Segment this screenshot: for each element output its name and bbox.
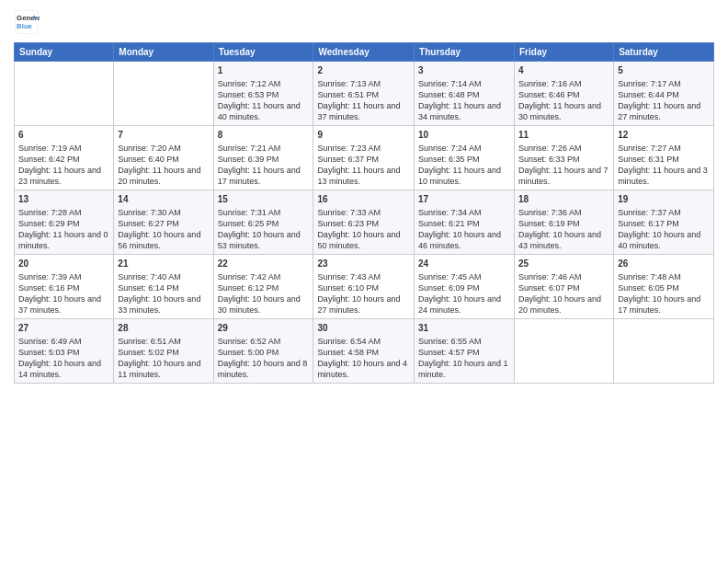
day-info: Sunrise: 7:34 AM Sunset: 6:21 PM Dayligh…: [418, 207, 510, 252]
calendar-week-row: 13Sunrise: 7:28 AM Sunset: 6:29 PM Dayli…: [15, 190, 714, 255]
day-info: Sunrise: 7:13 AM Sunset: 6:51 PM Dayligh…: [317, 78, 410, 123]
day-info: Sunrise: 6:52 AM Sunset: 5:00 PM Dayligh…: [218, 336, 310, 381]
weekday-header-cell: Tuesday: [213, 43, 313, 62]
calendar-week-row: 20Sunrise: 7:39 AM Sunset: 6:16 PM Dayli…: [15, 255, 714, 319]
day-number: 17: [418, 193, 510, 206]
calendar-day-cell: 22Sunrise: 7:42 AM Sunset: 6:12 PM Dayli…: [213, 255, 313, 319]
calendar-day-cell: 3Sunrise: 7:14 AM Sunset: 6:48 PM Daylig…: [415, 62, 515, 126]
calendar-day-cell: 11Sunrise: 7:26 AM Sunset: 6:33 PM Dayli…: [515, 126, 614, 190]
day-number: 30: [317, 322, 410, 335]
day-number: 27: [18, 322, 109, 335]
calendar-day-cell: 4Sunrise: 7:16 AM Sunset: 6:46 PM Daylig…: [515, 62, 614, 126]
calendar-day-cell: 31Sunrise: 6:55 AM Sunset: 4:57 PM Dayli…: [415, 319, 515, 384]
day-number: 18: [518, 193, 609, 206]
day-number: 23: [317, 258, 410, 270]
calendar-day-cell: 29Sunrise: 6:52 AM Sunset: 5:00 PM Dayli…: [213, 319, 313, 384]
day-info: Sunrise: 7:27 AM Sunset: 6:31 PM Dayligh…: [618, 143, 710, 188]
day-info: Sunrise: 6:55 AM Sunset: 4:57 PM Dayligh…: [418, 336, 510, 381]
calendar-day-cell: 8Sunrise: 7:21 AM Sunset: 6:39 PM Daylig…: [213, 126, 313, 190]
calendar-day-cell: 1Sunrise: 7:12 AM Sunset: 6:53 PM Daylig…: [213, 62, 313, 126]
calendar-day-cell: 5Sunrise: 7:17 AM Sunset: 6:44 PM Daylig…: [614, 62, 714, 126]
svg-text:Blue: Blue: [17, 22, 33, 30]
day-info: Sunrise: 7:36 AM Sunset: 6:19 PM Dayligh…: [518, 207, 609, 252]
day-number: 11: [518, 129, 609, 142]
calendar-day-cell: 12Sunrise: 7:27 AM Sunset: 6:31 PM Dayli…: [614, 126, 714, 190]
day-info: Sunrise: 6:54 AM Sunset: 4:58 PM Dayligh…: [317, 336, 410, 381]
calendar-day-cell: 21Sunrise: 7:40 AM Sunset: 6:14 PM Dayli…: [114, 255, 213, 319]
weekday-header-cell: Friday: [515, 43, 614, 62]
day-info: Sunrise: 7:24 AM Sunset: 6:35 PM Dayligh…: [418, 143, 510, 188]
day-number: 24: [418, 258, 510, 270]
day-number: 29: [218, 322, 310, 335]
day-number: 3: [418, 64, 510, 77]
calendar-day-cell: 13Sunrise: 7:28 AM Sunset: 6:29 PM Dayli…: [15, 190, 114, 255]
day-info: Sunrise: 7:39 AM Sunset: 6:16 PM Dayligh…: [18, 271, 109, 316]
day-info: Sunrise: 7:40 AM Sunset: 6:14 PM Dayligh…: [118, 271, 209, 316]
calendar-day-cell: 24Sunrise: 7:45 AM Sunset: 6:09 PM Dayli…: [415, 255, 515, 319]
day-number: 4: [518, 64, 609, 77]
day-number: 21: [118, 258, 209, 270]
weekday-header-cell: Wednesday: [313, 43, 415, 62]
day-number: 2: [317, 64, 410, 77]
day-info: Sunrise: 7:28 AM Sunset: 6:29 PM Dayligh…: [18, 207, 109, 252]
day-number: 28: [118, 322, 209, 335]
weekday-header-row: SundayMondayTuesdayWednesdayThursdayFrid…: [15, 43, 714, 62]
day-info: Sunrise: 7:37 AM Sunset: 6:17 PM Dayligh…: [618, 207, 710, 252]
calendar-day-cell: [614, 319, 714, 384]
day-info: Sunrise: 7:30 AM Sunset: 6:27 PM Dayligh…: [118, 207, 209, 252]
calendar-day-cell: 28Sunrise: 6:51 AM Sunset: 5:02 PM Dayli…: [114, 319, 213, 384]
calendar-day-cell: 26Sunrise: 7:48 AM Sunset: 6:05 PM Dayli…: [614, 255, 714, 319]
day-number: 9: [317, 129, 410, 142]
day-info: Sunrise: 7:42 AM Sunset: 6:12 PM Dayligh…: [218, 271, 310, 316]
calendar-day-cell: [15, 62, 114, 126]
calendar-day-cell: 9Sunrise: 7:23 AM Sunset: 6:37 PM Daylig…: [313, 126, 415, 190]
calendar-day-cell: 27Sunrise: 6:49 AM Sunset: 5:03 PM Dayli…: [15, 319, 114, 384]
day-info: Sunrise: 7:12 AM Sunset: 6:53 PM Dayligh…: [218, 78, 310, 123]
day-info: Sunrise: 7:19 AM Sunset: 6:42 PM Dayligh…: [18, 143, 109, 188]
day-number: 7: [118, 129, 209, 142]
page-header: General Blue: [14, 9, 714, 35]
calendar-day-cell: 2Sunrise: 7:13 AM Sunset: 6:51 PM Daylig…: [313, 62, 415, 126]
day-info: Sunrise: 7:21 AM Sunset: 6:39 PM Dayligh…: [218, 143, 310, 188]
weekday-header-cell: Sunday: [15, 43, 114, 62]
day-info: Sunrise: 7:45 AM Sunset: 6:09 PM Dayligh…: [418, 271, 510, 316]
calendar-day-cell: 7Sunrise: 7:20 AM Sunset: 6:40 PM Daylig…: [114, 126, 213, 190]
calendar-day-cell: 15Sunrise: 7:31 AM Sunset: 6:25 PM Dayli…: [213, 190, 313, 255]
calendar-day-cell: 30Sunrise: 6:54 AM Sunset: 4:58 PM Dayli…: [313, 319, 415, 384]
calendar-page: General Blue SundayMondayTuesdayWednesda…: [0, 0, 728, 563]
calendar-week-row: 1Sunrise: 7:12 AM Sunset: 6:53 PM Daylig…: [15, 62, 714, 126]
calendar-day-cell: 18Sunrise: 7:36 AM Sunset: 6:19 PM Dayli…: [515, 190, 614, 255]
calendar-day-cell: 20Sunrise: 7:39 AM Sunset: 6:16 PM Dayli…: [15, 255, 114, 319]
calendar-day-cell: 6Sunrise: 7:19 AM Sunset: 6:42 PM Daylig…: [15, 126, 114, 190]
day-number: 20: [18, 258, 109, 270]
logo-icon: General Blue: [14, 9, 40, 35]
day-number: 22: [218, 258, 310, 270]
day-info: Sunrise: 7:43 AM Sunset: 6:10 PM Dayligh…: [317, 271, 410, 316]
logo: General Blue: [14, 9, 40, 35]
day-info: Sunrise: 7:20 AM Sunset: 6:40 PM Dayligh…: [118, 143, 209, 188]
calendar-week-row: 27Sunrise: 6:49 AM Sunset: 5:03 PM Dayli…: [15, 319, 714, 384]
day-info: Sunrise: 7:16 AM Sunset: 6:46 PM Dayligh…: [518, 78, 609, 123]
day-info: Sunrise: 7:31 AM Sunset: 6:25 PM Dayligh…: [218, 207, 310, 252]
day-number: 15: [218, 193, 310, 206]
calendar-body: 1Sunrise: 7:12 AM Sunset: 6:53 PM Daylig…: [15, 62, 714, 384]
day-number: 1: [218, 64, 310, 77]
day-number: 14: [118, 193, 209, 206]
calendar-day-cell: 16Sunrise: 7:33 AM Sunset: 6:23 PM Dayli…: [313, 190, 415, 255]
day-number: 19: [618, 193, 710, 206]
day-number: 12: [618, 129, 710, 142]
day-info: Sunrise: 7:17 AM Sunset: 6:44 PM Dayligh…: [618, 78, 710, 123]
day-number: 6: [18, 129, 109, 142]
day-number: 10: [418, 129, 510, 142]
day-number: 13: [18, 193, 109, 206]
calendar-table: SundayMondayTuesdayWednesdayThursdayFrid…: [14, 42, 714, 384]
day-info: Sunrise: 7:26 AM Sunset: 6:33 PM Dayligh…: [518, 143, 609, 188]
day-number: 31: [418, 322, 510, 335]
day-info: Sunrise: 7:46 AM Sunset: 6:07 PM Dayligh…: [518, 271, 609, 316]
calendar-day-cell: 10Sunrise: 7:24 AM Sunset: 6:35 PM Dayli…: [415, 126, 515, 190]
day-number: 16: [317, 193, 410, 206]
calendar-day-cell: 17Sunrise: 7:34 AM Sunset: 6:21 PM Dayli…: [415, 190, 515, 255]
day-number: 5: [618, 64, 710, 77]
calendar-day-cell: [515, 319, 614, 384]
calendar-day-cell: 19Sunrise: 7:37 AM Sunset: 6:17 PM Dayli…: [614, 190, 714, 255]
